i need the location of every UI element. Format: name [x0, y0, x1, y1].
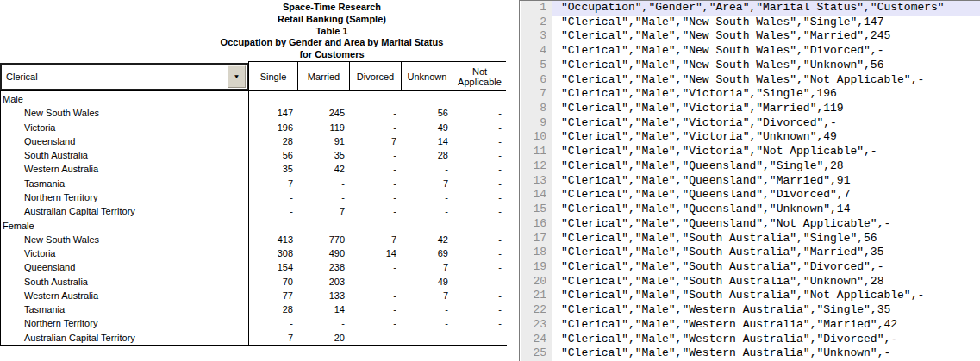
value-cell: 49 — [401, 277, 453, 287]
value-cell: 14 — [401, 136, 453, 146]
column-header-label: Divorced — [357, 72, 394, 82]
editor-line: 15"Clerical","Male","Queensland","Unknow… — [521, 202, 980, 217]
line-text[interactable]: "Clerical","Male","Victoria","Unknown",4… — [552, 130, 980, 145]
value-cell: - — [297, 318, 349, 328]
value-cell: - — [453, 333, 506, 343]
editor-line: 3"Clerical","Male","New South Wales","Ma… — [521, 29, 980, 44]
value-cell: - — [248, 318, 297, 328]
column-header-label: Unknown — [408, 72, 447, 82]
editor-line: 14"Clerical","Male","Queensland","Divorc… — [521, 188, 980, 202]
line-number: 8 — [521, 102, 552, 116]
value-cell: 7 — [349, 234, 401, 245]
line-text[interactable]: "Clerical","Male","Western Australia","D… — [552, 333, 980, 347]
table-row: South Australia70203-49- — [0, 274, 506, 288]
row-label: Tasmania — [0, 304, 248, 314]
editor-lines: 1"Occupation","Gender","Area","Marital S… — [521, 1, 980, 361]
line-text[interactable]: "Clerical","Male","Western Australia","M… — [552, 318, 980, 333]
value-cell: - — [453, 318, 506, 328]
occupation-filter-combobox[interactable]: Clerical ▼ — [0, 63, 248, 90]
value-cell: 14 — [349, 248, 401, 258]
header-divider — [0, 90, 506, 91]
line-text[interactable]: "Clerical","Male","Queensland","Unknown"… — [552, 202, 980, 217]
line-text[interactable]: "Clerical","Male","South Australia","Mar… — [552, 246, 980, 260]
value-cell: 7 — [349, 136, 401, 146]
value-cell: 770 — [297, 234, 349, 245]
value-cell: 28 — [248, 136, 297, 146]
value-cell: - — [349, 262, 401, 272]
value-cell: - — [453, 234, 506, 245]
editor-line: 11"Clerical","Male","Victoria","Not Appl… — [521, 145, 980, 159]
line-text[interactable]: "Clerical","Male","New South Wales","Unk… — [552, 59, 980, 73]
column-header-label: Not Applicable — [453, 66, 506, 87]
column-header-label: Single — [260, 72, 287, 82]
combobox-dropdown-button[interactable]: ▼ — [228, 65, 246, 88]
value-cell: 7 — [401, 262, 453, 272]
report-title-line: Occupation by Gender and Area by Marital… — [147, 37, 517, 49]
value-cell: 49 — [401, 122, 453, 133]
value-cell: - — [349, 178, 401, 189]
line-text[interactable]: "Clerical","Male","Victoria","Divorced",… — [552, 116, 980, 131]
value-cell: 133 — [297, 290, 349, 301]
line-text[interactable]: "Clerical","Male","Queensland","Not Appl… — [552, 217, 980, 232]
value-cell: 7 — [401, 178, 453, 189]
table-bottom-border — [0, 345, 507, 346]
line-text[interactable]: "Clerical","Male","New South Wales","Mar… — [552, 29, 980, 44]
line-text[interactable]: "Clerical","Male","South Australia","Not… — [552, 289, 980, 303]
line-text[interactable]: "Clerical","Male","Western Australia","U… — [552, 346, 980, 361]
csv-editor-panel[interactable]: 1"Occupation","Gender","Area","Marital S… — [519, 0, 980, 361]
value-cell: - — [349, 290, 401, 301]
row-label: New South Wales — [0, 108, 248, 118]
line-text[interactable]: "Clerical","Male","Victoria","Married",1… — [552, 102, 980, 116]
report-panel: Space-Time ResearchRetail Banking (Sampl… — [0, 0, 519, 361]
value-cell: 14 — [297, 304, 349, 314]
value-cell: 56 — [401, 108, 453, 118]
line-text[interactable]: "Clerical","Male","New South Wales","Sin… — [552, 16, 980, 30]
value-cell: 7 — [248, 178, 297, 189]
table-row: Victoria3084901469- — [0, 246, 506, 260]
row-label: New South Wales — [0, 234, 248, 245]
line-text[interactable]: "Clerical","Male","South Australia","Unk… — [552, 275, 980, 289]
table-row: Western Australia77133-7- — [0, 289, 506, 302]
line-text[interactable]: "Clerical","Male","Victoria","Single",19… — [552, 87, 980, 102]
line-number: 25 — [521, 346, 552, 361]
line-text[interactable]: "Clerical","Male","Queensland","Married"… — [552, 174, 980, 189]
column-header-row: SingleMarriedDivorcedUnknownNot Applicab… — [248, 61, 506, 90]
line-number: 12 — [521, 159, 552, 174]
value-cell: 20 — [297, 333, 349, 343]
editor-line: 13"Clerical","Male","Queensland","Marrie… — [521, 174, 980, 189]
table-column-divider — [248, 90, 249, 345]
table-row: Northern Territory----- — [0, 316, 506, 330]
line-text[interactable]: "Clerical","Male","Victoria","Not Applic… — [552, 145, 980, 159]
report-title-line: Table 1 — [147, 26, 517, 38]
line-number: 5 — [521, 59, 552, 73]
value-cell: - — [401, 318, 453, 328]
line-number: 9 — [521, 116, 552, 131]
line-text[interactable]: "Clerical","Male","Queensland","Divorced… — [552, 188, 980, 202]
chevron-down-icon: ▼ — [234, 74, 240, 79]
report-titles: Space-Time ResearchRetail Banking (Sampl… — [147, 2, 517, 61]
editor-line-current: 1"Occupation","Gender","Area","Marital S… — [521, 1, 980, 16]
line-text[interactable]: "Clerical","Male","Western Australia","S… — [552, 303, 980, 318]
table-body: MaleNew South Wales147245-56-Victoria196… — [0, 92, 506, 345]
line-text[interactable]: "Clerical","Male","South Australia","Div… — [552, 260, 980, 275]
value-cell: 7 — [401, 290, 453, 301]
line-text[interactable]: "Clerical","Male","Queensland","Single",… — [552, 159, 980, 174]
value-cell: - — [401, 206, 453, 216]
table-row: Victoria196119-49- — [0, 121, 506, 134]
editor-line: 6"Clerical","Male","New South Wales","No… — [521, 73, 980, 88]
line-text[interactable]: "Clerical","Male","South Australia","Sin… — [552, 232, 980, 246]
value-cell: - — [453, 150, 506, 160]
value-cell: 490 — [297, 248, 349, 258]
line-number: 23 — [521, 318, 552, 333]
line-number: 1 — [521, 1, 552, 16]
line-text[interactable]: "Occupation","Gender","Area","Marital St… — [552, 1, 980, 16]
column-header-cell: Divorced — [349, 62, 401, 90]
line-text[interactable]: "Clerical","Male","New South Wales","Div… — [552, 44, 980, 59]
value-cell: - — [297, 178, 349, 189]
value-cell: - — [297, 192, 349, 202]
row-label: Western Australia — [0, 164, 248, 174]
editor-line: 7"Clerical","Male","Victoria","Single",1… — [521, 87, 980, 102]
column-header-cell: Married — [297, 62, 349, 90]
editor-line: 21"Clerical","Male","South Australia","N… — [521, 289, 980, 303]
line-text[interactable]: "Clerical","Male","New South Wales","Not… — [552, 73, 980, 88]
